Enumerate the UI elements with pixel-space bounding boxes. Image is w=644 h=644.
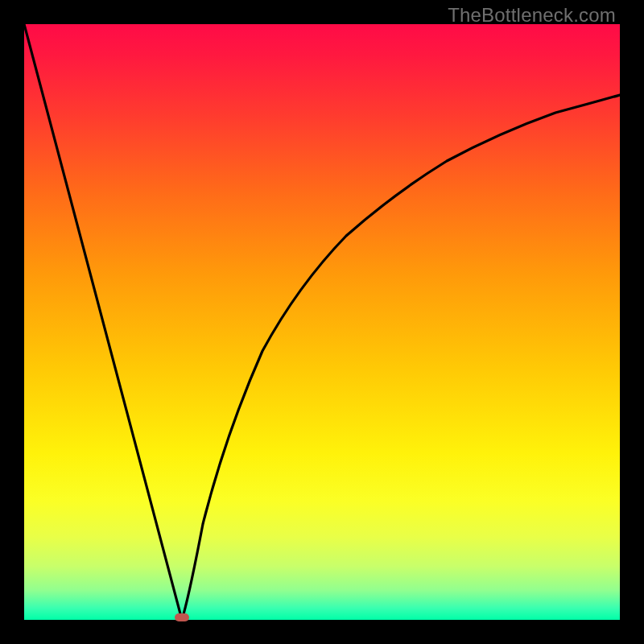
plot-area	[24, 24, 620, 620]
curve-left	[24, 24, 182, 620]
minimum-marker	[175, 613, 189, 621]
curve-right	[182, 95, 620, 620]
watermark-text: TheBottleneck.com	[448, 4, 616, 27]
bottleneck-curve	[24, 24, 620, 620]
